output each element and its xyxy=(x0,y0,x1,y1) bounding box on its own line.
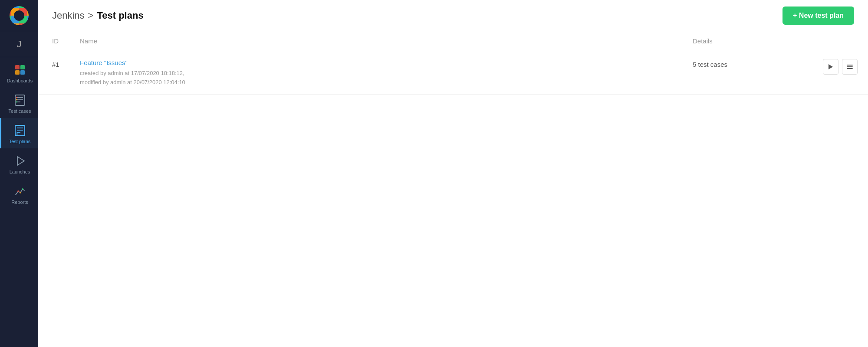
col-header-name: Name xyxy=(73,31,686,51)
reports-icon xyxy=(13,185,26,198)
action-buttons xyxy=(823,59,861,75)
new-test-plan-button[interactable]: + New test plan xyxy=(783,7,854,25)
sidebar-item-test-plans-label: Test plans xyxy=(9,139,31,144)
svg-point-18 xyxy=(20,192,21,193)
sidebar-item-test-cases-label: Test cases xyxy=(9,108,31,114)
menu-button[interactable] xyxy=(842,59,858,75)
row-actions xyxy=(816,51,868,95)
breadcrumb: Jenkins > Test plans xyxy=(52,10,144,21)
test-plans-icon xyxy=(13,124,26,137)
svg-rect-3 xyxy=(20,70,25,75)
page-header: Jenkins > Test plans + New test plan xyxy=(38,0,868,31)
plan-meta-line1: created by admin at 17/07/2020 18:18:12, xyxy=(80,70,184,76)
table-row: #1 Feature "Issues" created by admin at … xyxy=(38,51,868,95)
dashboards-icon xyxy=(13,63,26,76)
user-avatar: J xyxy=(0,31,38,57)
col-header-actions xyxy=(816,31,868,51)
sidebar-item-launches-label: Launches xyxy=(10,169,30,174)
col-header-id: ID xyxy=(38,31,73,51)
svg-rect-15 xyxy=(16,132,18,136)
test-cases-icon xyxy=(13,94,26,107)
plan-meta: created by admin at 17/07/2020 18:18:12,… xyxy=(80,69,679,87)
table-header-row: ID Name Details xyxy=(38,31,868,51)
sidebar: J Dashboards xyxy=(0,0,38,347)
plan-name-link[interactable]: Feature "Issues" xyxy=(80,59,679,66)
sidebar-item-test-plans[interactable]: Test plans xyxy=(0,118,38,148)
sidebar-item-launches[interactable]: Launches xyxy=(0,148,38,179)
row-details: 5 test cases xyxy=(686,51,816,95)
sidebar-logo xyxy=(0,0,38,31)
svg-point-17 xyxy=(17,190,19,192)
svg-marker-16 xyxy=(17,157,24,165)
svg-point-19 xyxy=(22,188,23,190)
breadcrumb-current: Test plans xyxy=(97,10,143,21)
svg-rect-2 xyxy=(15,70,20,75)
sidebar-nav: Dashboards Test cases xyxy=(0,57,38,347)
run-button[interactable] xyxy=(823,59,838,75)
svg-rect-1 xyxy=(20,65,25,69)
app-logo-icon xyxy=(10,6,29,25)
svg-marker-20 xyxy=(829,64,833,69)
sidebar-item-reports-label: Reports xyxy=(11,200,28,205)
sidebar-item-dashboards[interactable]: Dashboards xyxy=(0,57,38,88)
col-header-details: Details xyxy=(686,31,816,51)
launches-icon xyxy=(13,154,26,167)
plan-meta-line2: modified by admin at 20/07/2020 12:04:10 xyxy=(80,79,185,85)
row-name-cell: Feature "Issues" created by admin at 17/… xyxy=(73,51,686,95)
row-id: #1 xyxy=(38,51,73,95)
sidebar-item-test-cases[interactable]: Test cases xyxy=(0,88,38,118)
breadcrumb-separator: > xyxy=(88,10,94,21)
test-plans-table: ID Name Details #1 Feature "Issues" crea… xyxy=(38,31,868,95)
breadcrumb-parent: Jenkins xyxy=(52,10,85,21)
sidebar-item-reports[interactable]: Reports xyxy=(0,179,38,209)
sidebar-item-dashboards-label: Dashboards xyxy=(7,78,33,83)
main-content: Jenkins > Test plans + New test plan ID … xyxy=(38,0,868,347)
test-plans-table-container: ID Name Details #1 Feature "Issues" crea… xyxy=(38,31,868,347)
svg-rect-0 xyxy=(15,65,20,69)
